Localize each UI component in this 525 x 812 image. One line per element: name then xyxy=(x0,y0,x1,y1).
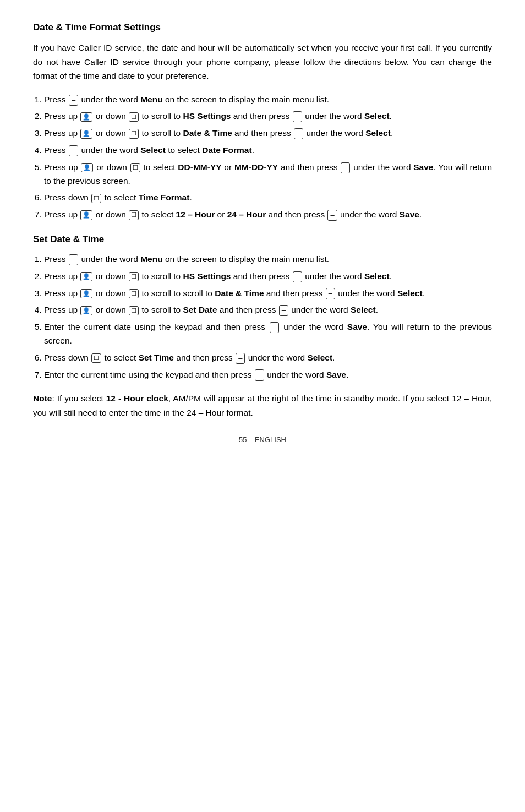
step-2-1: Press – under the word Menu on the scree… xyxy=(44,253,492,266)
step-2-7: Enter the current time using the keypad … xyxy=(44,368,492,382)
button-up4: 👤 xyxy=(80,210,92,220)
button-soft6: – xyxy=(327,210,337,221)
section2: Set Date & Time Press – under the word M… xyxy=(33,234,492,382)
button-icon-soft1: – xyxy=(69,95,78,106)
button-down1: ☐ xyxy=(129,112,139,122)
section2-steps-list: Press – under the word Menu on the scree… xyxy=(44,253,492,382)
button-s2-soft5: – xyxy=(270,322,279,333)
section1-steps-list: Press – under the word Menu on the scree… xyxy=(44,93,492,222)
button-s2-down1: ☐ xyxy=(129,272,139,281)
step-2-4: Press up 👤 or down ☐ to scroll to Set Da… xyxy=(44,303,492,317)
step-2-5: Enter the current date using the keypad … xyxy=(44,320,492,348)
button-s2-up1: 👤 xyxy=(80,272,92,281)
button-soft3: – xyxy=(294,128,303,139)
button-s2-soft6: – xyxy=(236,353,245,364)
button-s2-down3: ☐ xyxy=(129,306,139,315)
button-s2-down2: ☐ xyxy=(129,289,139,298)
button-s2-up2: 👤 xyxy=(80,289,92,298)
button-down5: ☐ xyxy=(129,210,139,220)
note-paragraph: Note: If you select 12 - Hour clock, AM/… xyxy=(33,391,492,419)
section2-title: Set Date & Time xyxy=(33,234,492,245)
button-soft2: – xyxy=(293,111,302,122)
step-1-5: Press up 👤 or down ☐ to select DD-MM-YY … xyxy=(44,161,492,188)
button-up2: 👤 xyxy=(80,129,92,138)
button-s2-soft2: – xyxy=(293,271,302,282)
step-1-3: Press up 👤 or down ☐ to scroll to Date &… xyxy=(44,127,492,140)
step-1-7: Press up 👤 or down ☐ to select 12 – Hour… xyxy=(44,208,492,222)
step-1-6: Press down ☐ to select Time Format. xyxy=(44,191,492,205)
button-up3: 👤 xyxy=(81,163,93,172)
section1-title: Date & Time Format Settings xyxy=(33,22,492,33)
button-s2-soft3: – xyxy=(326,288,335,299)
step-1-1: Press – under the word Menu on the scree… xyxy=(44,93,492,107)
step-2-2: Press up 👤 or down ☐ to scroll to HS Set… xyxy=(44,270,492,284)
button-s2-up3: 👤 xyxy=(80,306,92,315)
button-s2-down4: ☐ xyxy=(91,353,101,363)
button-soft4: – xyxy=(69,145,78,156)
step-1-4: Press – under the word Select to select … xyxy=(44,144,492,157)
step-2-3: Press up 👤 or down ☐ to scroll to scroll… xyxy=(44,287,492,301)
button-soft5: – xyxy=(341,162,350,173)
step-1-2: Press up 👤 or down ☐ to scroll to HS Set… xyxy=(44,110,492,123)
intro-paragraph: If you have Caller ID service, the date … xyxy=(33,41,492,83)
button-down4: ☐ xyxy=(91,194,101,203)
button-down2: ☐ xyxy=(129,129,139,138)
button-s2-soft4: – xyxy=(279,305,288,316)
step-2-6: Press down ☐ to select Set Time and then… xyxy=(44,351,492,365)
button-s2-soft1: – xyxy=(69,254,78,265)
page-footer: 55 – ENGLISH xyxy=(33,435,492,444)
button-down3: ☐ xyxy=(130,163,140,172)
button-s2-soft7: – xyxy=(255,369,264,380)
button-up1: 👤 xyxy=(80,112,92,122)
page-content: Date & Time Format Settings If you have … xyxy=(33,22,492,444)
